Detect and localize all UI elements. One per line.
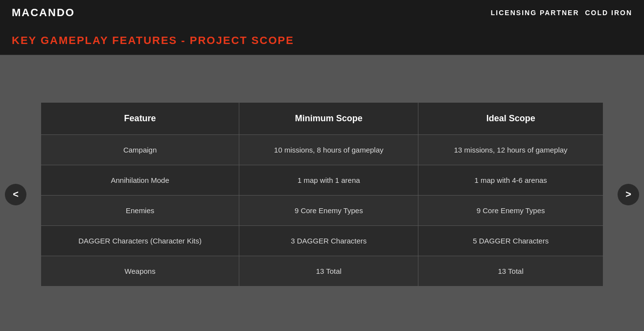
cell-minimum: 13 Total	[239, 256, 418, 287]
cell-feature: Campaign	[41, 135, 239, 165]
table-row: Enemies9 Core Enemy Types9 Core Enemy Ty…	[41, 196, 603, 226]
feature-table: Feature Minimum Scope Ideal Scope Campai…	[41, 102, 603, 287]
table-row: Annihilation Mode1 map with 1 arena1 map…	[41, 165, 603, 196]
cell-ideal: 1 map with 4-6 arenas	[418, 165, 603, 196]
table-header-row: Feature Minimum Scope Ideal Scope	[41, 103, 603, 135]
cell-ideal: 13 Total	[418, 256, 603, 287]
table-row: DAGGER Characters (Character Kits)3 DAGG…	[41, 226, 603, 256]
cell-feature: Weapons	[41, 256, 239, 287]
cell-feature: Enemies	[41, 196, 239, 226]
cell-ideal: 13 missions, 12 hours of gameplay	[418, 135, 603, 165]
cell-feature: Annihilation Mode	[41, 165, 239, 196]
partner-name: COLD IRON	[585, 9, 632, 17]
cell-minimum: 10 missions, 8 hours of gameplay	[239, 135, 418, 165]
col-ideal: Ideal Scope	[418, 103, 603, 135]
cell-ideal: 5 DAGGER Characters	[418, 226, 603, 256]
cell-feature: DAGGER Characters (Character Kits)	[41, 226, 239, 256]
partner-label: LICENSING PARTNER	[491, 9, 579, 17]
next-icon: >	[625, 189, 631, 200]
cell-minimum: 1 map with 1 arena	[239, 165, 418, 196]
table-row: Weapons13 Total13 Total	[41, 256, 603, 287]
col-minimum: Minimum Scope	[239, 103, 418, 135]
prev-icon: <	[13, 189, 19, 200]
header: MACANDO LICENSING PARTNER COLD IRON	[0, 0, 644, 25]
page-title: KEY GAMEPLAY FEATURES - PROJECT SCOPE	[12, 34, 632, 47]
col-feature: Feature	[41, 103, 239, 135]
next-button[interactable]: >	[618, 184, 639, 205]
main-content: < Feature Minimum Scope Ideal Scope Camp…	[0, 55, 644, 331]
cell-minimum: 3 DAGGER Characters	[239, 226, 418, 256]
logo: MACANDO	[12, 6, 75, 19]
prev-button[interactable]: <	[5, 184, 26, 205]
cell-ideal: 9 Core Enemy Types	[418, 196, 603, 226]
partner-info: LICENSING PARTNER COLD IRON	[491, 9, 632, 17]
cell-minimum: 9 Core Enemy Types	[239, 196, 418, 226]
page-title-bar: KEY GAMEPLAY FEATURES - PROJECT SCOPE	[0, 25, 644, 55]
table-row: Campaign10 missions, 8 hours of gameplay…	[41, 135, 603, 165]
